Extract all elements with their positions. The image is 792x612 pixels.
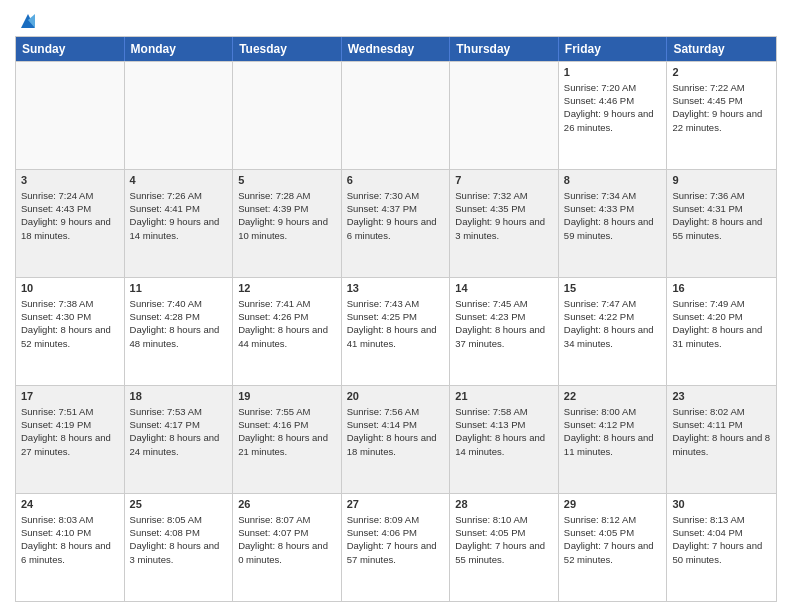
cell-text: Sunrise: 7:38 AMSunset: 4:30 PMDaylight:… (21, 297, 119, 350)
cal-cell: 7Sunrise: 7:32 AMSunset: 4:35 PMDaylight… (450, 170, 559, 277)
cell-text: Sunrise: 7:26 AMSunset: 4:41 PMDaylight:… (130, 189, 228, 242)
cal-cell: 17Sunrise: 7:51 AMSunset: 4:19 PMDayligh… (16, 386, 125, 493)
cell-text: Sunrise: 7:51 AMSunset: 4:19 PMDaylight:… (21, 405, 119, 458)
cell-text: Sunrise: 7:55 AMSunset: 4:16 PMDaylight:… (238, 405, 336, 458)
day-number: 14 (455, 281, 553, 296)
cal-cell: 24Sunrise: 8:03 AMSunset: 4:10 PMDayligh… (16, 494, 125, 601)
day-number: 30 (672, 497, 771, 512)
header-day-friday: Friday (559, 37, 668, 61)
day-number: 25 (130, 497, 228, 512)
cell-text: Sunrise: 7:40 AMSunset: 4:28 PMDaylight:… (130, 297, 228, 350)
day-number: 28 (455, 497, 553, 512)
cell-text: Sunrise: 7:49 AMSunset: 4:20 PMDaylight:… (672, 297, 771, 350)
cal-cell: 26Sunrise: 8:07 AMSunset: 4:07 PMDayligh… (233, 494, 342, 601)
logo-icon (17, 10, 39, 32)
cal-cell: 3Sunrise: 7:24 AMSunset: 4:43 PMDaylight… (16, 170, 125, 277)
cal-cell: 12Sunrise: 7:41 AMSunset: 4:26 PMDayligh… (233, 278, 342, 385)
day-number: 21 (455, 389, 553, 404)
cal-cell: 14Sunrise: 7:45 AMSunset: 4:23 PMDayligh… (450, 278, 559, 385)
calendar-row-2: 10Sunrise: 7:38 AMSunset: 4:30 PMDayligh… (16, 277, 776, 385)
cal-cell (125, 62, 234, 169)
day-number: 8 (564, 173, 662, 188)
cell-text: Sunrise: 7:28 AMSunset: 4:39 PMDaylight:… (238, 189, 336, 242)
cell-text: Sunrise: 8:02 AMSunset: 4:11 PMDaylight:… (672, 405, 771, 458)
day-number: 29 (564, 497, 662, 512)
cal-cell: 1Sunrise: 7:20 AMSunset: 4:46 PMDaylight… (559, 62, 668, 169)
cell-text: Sunrise: 7:34 AMSunset: 4:33 PMDaylight:… (564, 189, 662, 242)
calendar-row-3: 17Sunrise: 7:51 AMSunset: 4:19 PMDayligh… (16, 385, 776, 493)
cal-cell: 25Sunrise: 8:05 AMSunset: 4:08 PMDayligh… (125, 494, 234, 601)
cal-cell: 23Sunrise: 8:02 AMSunset: 4:11 PMDayligh… (667, 386, 776, 493)
cell-text: Sunrise: 8:05 AMSunset: 4:08 PMDaylight:… (130, 513, 228, 566)
calendar-body: 1Sunrise: 7:20 AMSunset: 4:46 PMDaylight… (16, 61, 776, 601)
day-number: 5 (238, 173, 336, 188)
cell-text: Sunrise: 8:13 AMSunset: 4:04 PMDaylight:… (672, 513, 771, 566)
day-number: 17 (21, 389, 119, 404)
cal-cell: 18Sunrise: 7:53 AMSunset: 4:17 PMDayligh… (125, 386, 234, 493)
day-number: 4 (130, 173, 228, 188)
day-number: 9 (672, 173, 771, 188)
cell-text: Sunrise: 8:09 AMSunset: 4:06 PMDaylight:… (347, 513, 445, 566)
day-number: 27 (347, 497, 445, 512)
cell-text: Sunrise: 7:43 AMSunset: 4:25 PMDaylight:… (347, 297, 445, 350)
header-day-saturday: Saturday (667, 37, 776, 61)
day-number: 19 (238, 389, 336, 404)
calendar-row-1: 3Sunrise: 7:24 AMSunset: 4:43 PMDaylight… (16, 169, 776, 277)
cal-cell: 30Sunrise: 8:13 AMSunset: 4:04 PMDayligh… (667, 494, 776, 601)
cal-cell: 11Sunrise: 7:40 AMSunset: 4:28 PMDayligh… (125, 278, 234, 385)
header (15, 10, 777, 28)
cal-cell: 22Sunrise: 8:00 AMSunset: 4:12 PMDayligh… (559, 386, 668, 493)
calendar: SundayMondayTuesdayWednesdayThursdayFrid… (15, 36, 777, 602)
cal-cell: 9Sunrise: 7:36 AMSunset: 4:31 PMDaylight… (667, 170, 776, 277)
cal-cell: 13Sunrise: 7:43 AMSunset: 4:25 PMDayligh… (342, 278, 451, 385)
cal-cell: 28Sunrise: 8:10 AMSunset: 4:05 PMDayligh… (450, 494, 559, 601)
cell-text: Sunrise: 8:12 AMSunset: 4:05 PMDaylight:… (564, 513, 662, 566)
cal-cell: 15Sunrise: 7:47 AMSunset: 4:22 PMDayligh… (559, 278, 668, 385)
cell-text: Sunrise: 7:47 AMSunset: 4:22 PMDaylight:… (564, 297, 662, 350)
cell-text: Sunrise: 8:00 AMSunset: 4:12 PMDaylight:… (564, 405, 662, 458)
day-number: 7 (455, 173, 553, 188)
day-number: 1 (564, 65, 662, 80)
cell-text: Sunrise: 8:03 AMSunset: 4:10 PMDaylight:… (21, 513, 119, 566)
day-number: 10 (21, 281, 119, 296)
cal-cell (233, 62, 342, 169)
cal-cell: 20Sunrise: 7:56 AMSunset: 4:14 PMDayligh… (342, 386, 451, 493)
cal-cell (342, 62, 451, 169)
page: SundayMondayTuesdayWednesdayThursdayFrid… (0, 0, 792, 612)
day-number: 11 (130, 281, 228, 296)
day-number: 15 (564, 281, 662, 296)
cell-text: Sunrise: 7:56 AMSunset: 4:14 PMDaylight:… (347, 405, 445, 458)
cal-cell: 10Sunrise: 7:38 AMSunset: 4:30 PMDayligh… (16, 278, 125, 385)
cal-cell: 29Sunrise: 8:12 AMSunset: 4:05 PMDayligh… (559, 494, 668, 601)
header-day-thursday: Thursday (450, 37, 559, 61)
header-day-monday: Monday (125, 37, 234, 61)
day-number: 18 (130, 389, 228, 404)
header-day-wednesday: Wednesday (342, 37, 451, 61)
cell-text: Sunrise: 7:36 AMSunset: 4:31 PMDaylight:… (672, 189, 771, 242)
day-number: 24 (21, 497, 119, 512)
cell-text: Sunrise: 8:10 AMSunset: 4:05 PMDaylight:… (455, 513, 553, 566)
day-number: 3 (21, 173, 119, 188)
day-number: 20 (347, 389, 445, 404)
cal-cell: 19Sunrise: 7:55 AMSunset: 4:16 PMDayligh… (233, 386, 342, 493)
cal-cell: 6Sunrise: 7:30 AMSunset: 4:37 PMDaylight… (342, 170, 451, 277)
cell-text: Sunrise: 7:22 AMSunset: 4:45 PMDaylight:… (672, 81, 771, 134)
cal-cell (450, 62, 559, 169)
day-number: 13 (347, 281, 445, 296)
day-number: 22 (564, 389, 662, 404)
cell-text: Sunrise: 7:53 AMSunset: 4:17 PMDaylight:… (130, 405, 228, 458)
day-number: 23 (672, 389, 771, 404)
calendar-header: SundayMondayTuesdayWednesdayThursdayFrid… (16, 37, 776, 61)
day-number: 2 (672, 65, 771, 80)
logo (15, 14, 39, 28)
cal-cell: 27Sunrise: 8:09 AMSunset: 4:06 PMDayligh… (342, 494, 451, 601)
day-number: 12 (238, 281, 336, 296)
cell-text: Sunrise: 7:41 AMSunset: 4:26 PMDaylight:… (238, 297, 336, 350)
cell-text: Sunrise: 7:45 AMSunset: 4:23 PMDaylight:… (455, 297, 553, 350)
calendar-row-0: 1Sunrise: 7:20 AMSunset: 4:46 PMDaylight… (16, 61, 776, 169)
header-day-tuesday: Tuesday (233, 37, 342, 61)
cal-cell: 5Sunrise: 7:28 AMSunset: 4:39 PMDaylight… (233, 170, 342, 277)
cell-text: Sunrise: 7:24 AMSunset: 4:43 PMDaylight:… (21, 189, 119, 242)
cal-cell: 8Sunrise: 7:34 AMSunset: 4:33 PMDaylight… (559, 170, 668, 277)
day-number: 16 (672, 281, 771, 296)
